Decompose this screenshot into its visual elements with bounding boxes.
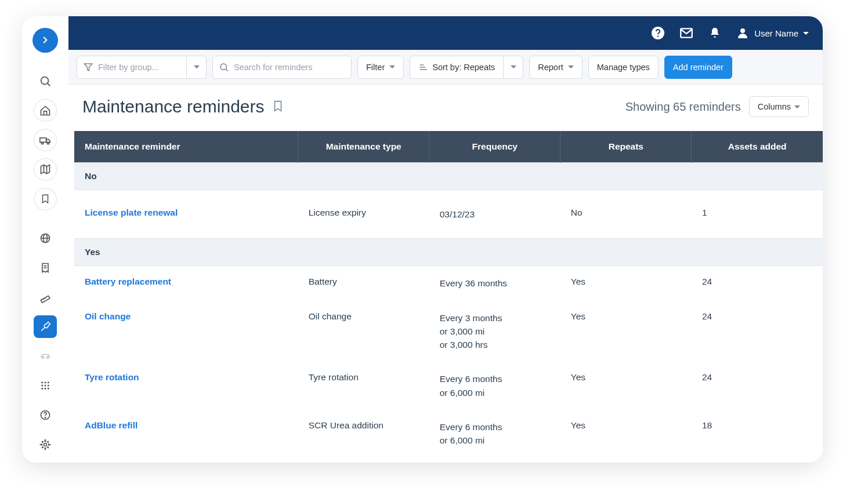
bookmark-page-icon[interactable] <box>272 97 284 117</box>
cell-frequency: 03/12/23 <box>429 190 560 239</box>
cell-type: Oil change <box>298 301 429 362</box>
toolbar: Filter Sort by: Repeats Report <box>68 50 823 85</box>
svg-line-16 <box>41 327 45 331</box>
cell-repeats: No <box>560 190 692 239</box>
map-icon[interactable] <box>34 158 57 181</box>
receipt-icon[interactable] <box>34 257 57 279</box>
bookmark-icon[interactable] <box>34 188 57 210</box>
home-icon[interactable] <box>34 99 57 122</box>
reminder-link[interactable]: Battery replacement <box>85 277 171 286</box>
bell-icon[interactable] <box>708 26 722 40</box>
svg-point-17 <box>42 357 44 358</box>
report-button-label: Report <box>538 63 563 72</box>
cell-frequency: Every 6 monthsor 6,000 mi <box>429 362 560 410</box>
cell-assets: 24 <box>692 301 823 362</box>
chevron-down-icon <box>511 66 516 68</box>
truck-icon[interactable] <box>34 129 57 151</box>
th-frequency[interactable]: Frequency <box>429 131 560 163</box>
cell-type: License expiry <box>298 190 429 239</box>
cell-assets: 24 <box>692 362 823 410</box>
sidebar-expand-button[interactable] <box>32 28 58 53</box>
svg-point-34 <box>740 28 745 33</box>
th-assets[interactable]: Assets added <box>692 131 823 163</box>
help-icon[interactable] <box>651 26 665 40</box>
sort-dropdown[interactable] <box>504 56 523 79</box>
filter-group-input[interactable] <box>98 56 179 78</box>
cell-frequency: Every 6 monthsor 6,000 mi <box>429 410 560 458</box>
table-group-row: No <box>74 163 823 190</box>
filter-icon <box>83 62 93 72</box>
sidebar <box>22 16 68 463</box>
vehicle-icon[interactable] <box>34 345 57 368</box>
group-label: No <box>74 163 298 190</box>
search-field[interactable] <box>212 56 352 79</box>
table-group-row: Yes <box>74 239 823 266</box>
group-label: Yes <box>74 239 298 266</box>
cell-type: Battery <box>298 266 429 301</box>
wrench-icon[interactable] <box>34 315 57 338</box>
cell-assets: 1 <box>692 190 823 239</box>
sort-button[interactable]: Sort by: Repeats <box>410 56 504 79</box>
mail-icon[interactable] <box>679 26 694 41</box>
filter-button[interactable]: Filter <box>357 56 404 79</box>
manage-types-button[interactable]: Manage types <box>588 56 659 79</box>
page-title: Maintenance reminders <box>82 97 265 117</box>
reminder-link[interactable]: AdBlue refill <box>85 420 138 430</box>
th-repeats[interactable]: Repeats <box>560 131 692 163</box>
top-header: User Name <box>68 16 823 50</box>
user-menu[interactable]: User Name <box>736 26 809 40</box>
chevron-down-icon <box>803 32 809 35</box>
table-row: Oil changeOil changeEvery 3 monthsor 3,0… <box>74 301 823 362</box>
help-outline-icon[interactable] <box>34 404 57 427</box>
search-icon <box>219 62 229 72</box>
svg-point-3 <box>41 142 43 144</box>
th-name[interactable]: Maintenance reminder <box>74 131 298 163</box>
reminder-link[interactable]: Oil change <box>85 311 131 321</box>
chevron-down-icon <box>794 106 800 108</box>
manage-types-label: Manage types <box>597 63 650 72</box>
search-icon[interactable] <box>34 70 57 93</box>
cell-repeats: Yes <box>560 362 692 410</box>
th-type[interactable]: Maintenance type <box>298 131 429 163</box>
chevron-down-icon <box>194 66 200 68</box>
report-button[interactable]: Report <box>529 56 583 79</box>
svg-point-19 <box>41 381 43 383</box>
svg-point-18 <box>47 357 49 358</box>
table-row: AdBlue refillSCR Urea additionEvery 6 mo… <box>74 410 823 458</box>
sort-button-label: Sort by: Repeats <box>432 63 495 72</box>
cell-type: SCR Urea addition <box>298 410 429 458</box>
svg-point-29 <box>45 417 45 417</box>
chevron-down-icon <box>389 66 395 68</box>
svg-point-26 <box>45 388 46 390</box>
columns-button[interactable]: Columns <box>749 96 809 117</box>
filter-button-label: Filter <box>366 63 385 72</box>
settings-icon[interactable] <box>34 433 57 456</box>
showing-count: Showing 65 reminders <box>625 100 741 114</box>
reminders-table: Maintenance reminder Maintenance type Fr… <box>74 131 823 457</box>
add-reminder-button[interactable]: Add reminder <box>664 56 732 79</box>
svg-point-4 <box>47 142 49 144</box>
cell-repeats: Yes <box>560 410 692 458</box>
chevron-down-icon <box>568 66 574 68</box>
search-input[interactable] <box>234 56 344 78</box>
globe-icon[interactable] <box>34 227 57 250</box>
svg-point-32 <box>657 35 659 37</box>
cell-frequency: Every 36 months <box>429 266 560 301</box>
svg-point-30 <box>44 443 47 446</box>
svg-point-20 <box>45 381 46 383</box>
svg-point-27 <box>48 388 49 390</box>
filter-group-dropdown[interactable] <box>187 56 207 79</box>
filter-group-field[interactable] <box>77 56 187 79</box>
svg-point-24 <box>48 385 49 387</box>
reminder-link[interactable]: Tyre rotation <box>85 372 139 382</box>
ruler-icon[interactable] <box>34 286 57 309</box>
svg-point-23 <box>45 385 46 387</box>
svg-point-0 <box>41 77 49 85</box>
user-icon <box>736 26 750 40</box>
apps-grid-icon[interactable] <box>34 374 57 397</box>
svg-line-1 <box>48 83 50 86</box>
reminder-link[interactable]: License plate renewal <box>85 208 178 217</box>
svg-point-22 <box>41 385 43 387</box>
table-row: Tyre rotationTyre rotationEvery 6 months… <box>74 362 823 410</box>
cell-assets: 24 <box>692 266 823 301</box>
